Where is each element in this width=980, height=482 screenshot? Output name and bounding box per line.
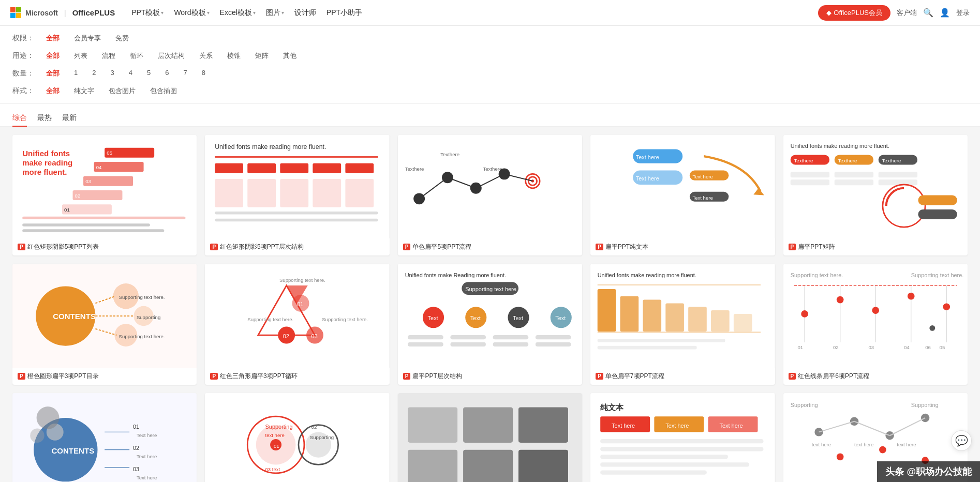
filter-option-6[interactable]: 6 <box>159 67 174 80</box>
card-title: P橙色圆形扁平3项PPT目录 <box>12 368 197 385</box>
nav-link-Excel模板[interactable]: Excel模板▾ <box>216 6 260 20</box>
filter-option-纯文字[interactable]: 纯文字 <box>68 85 100 97</box>
template-card[interactable]: 纯文本 Text here Text here Text here P纯文本PP… <box>590 393 775 482</box>
svg-rect-143 <box>688 307 707 332</box>
user-icon[interactable]: 👤 <box>940 8 950 18</box>
svg-rect-208 <box>518 408 568 443</box>
svg-rect-34 <box>215 212 378 214</box>
nav-right: ◆ OfficePLUS会员 客户端 🔍 👤 登录 <box>818 5 970 21</box>
filter-option-2[interactable]: 2 <box>86 67 101 80</box>
svg-rect-126 <box>408 335 443 339</box>
template-card[interactable]: Text here Text here Text here Text here … <box>590 135 775 255</box>
svg-text:Text here: Text here <box>137 454 157 459</box>
template-card[interactable]: 02 03 01 Supporting text here. Supportin… <box>205 264 389 384</box>
sort-tab-综合[interactable]: 综合 <box>12 110 27 127</box>
filter-option-全部[interactable]: 全部 <box>40 50 65 62</box>
filter-option-4[interactable]: 4 <box>123 67 138 80</box>
filter-option-全部[interactable]: 全部 <box>40 67 65 80</box>
p-badge: P <box>596 244 603 250</box>
svg-point-161 <box>872 307 879 314</box>
svg-text:05: 05 <box>107 150 112 156</box>
filter-option-其他[interactable]: 其他 <box>277 50 302 62</box>
filter-label: 数量： <box>12 69 34 78</box>
svg-text:Supporting text here.: Supporting text here. <box>465 286 518 292</box>
svg-rect-80 <box>878 180 917 186</box>
template-card[interactable]: P扁平PPT模板 <box>398 393 582 482</box>
nav-link-PPT小助手[interactable]: PPT小助手 <box>322 6 366 20</box>
template-card[interactable]: Unified fonts make reading more fluent. … <box>783 135 968 255</box>
card-thumb-inner: Supporting text here. Supporting text he… <box>783 264 968 367</box>
svg-text:02: 02 <box>833 344 839 350</box>
filter-option-包含图片[interactable]: 包含图片 <box>103 85 141 97</box>
filter-option-5[interactable]: 5 <box>141 67 156 80</box>
p-badge: P <box>596 373 603 380</box>
filter-label: 用途： <box>12 51 34 61</box>
svg-text:05: 05 <box>939 344 945 350</box>
filter-option-包含插图[interactable]: 包含插图 <box>144 85 183 97</box>
nav-link-设计师[interactable]: 设计师 <box>290 6 320 20</box>
svg-rect-33 <box>346 179 374 207</box>
filter-option-7[interactable]: 7 <box>177 67 192 80</box>
svg-text:Text: Text <box>513 315 523 321</box>
svg-text:Texthere: Texthere <box>405 166 424 172</box>
filter-option-循环[interactable]: 循环 <box>124 50 149 62</box>
svg-rect-147 <box>598 339 725 342</box>
template-card[interactable]: Supporting text here. Supporting text he… <box>783 264 968 384</box>
card-title-text: 扁平PPT矩阵 <box>798 243 835 251</box>
svg-rect-30 <box>248 179 276 207</box>
svg-rect-32 <box>313 179 341 207</box>
login-link[interactable]: 登录 <box>956 8 970 18</box>
filter-option-1[interactable]: 1 <box>68 67 83 80</box>
nav-link-PPT模板[interactable]: PPT模板▾ <box>127 6 168 20</box>
filter-option-层次结构[interactable]: 层次结构 <box>152 50 190 62</box>
svg-rect-210 <box>463 450 513 482</box>
card-title: P扁平PPT层次结构 <box>398 368 582 385</box>
logo-sq-green <box>16 7 21 12</box>
filter-row: 权限：全部会员专享免费 <box>12 32 968 44</box>
template-card[interactable]: CONTENTS 01 Text here 02 Text here 03 Te… <box>12 393 197 482</box>
sort-tab-最热[interactable]: 最热 <box>37 110 52 127</box>
nav-link-Word模板[interactable]: Word模板▾ <box>170 6 213 20</box>
filter-option-全部[interactable]: 全部 <box>40 85 65 97</box>
p-badge: P <box>18 244 25 250</box>
search-icon[interactable]: 🔍 <box>923 8 933 18</box>
template-card[interactable]: Unified fonts make reading more fluent. … <box>590 264 775 384</box>
svg-text:Text: Text <box>427 315 438 321</box>
filter-option-3[interactable]: 3 <box>105 67 120 80</box>
template-card[interactable]: CONTENTS Supporting text here. Supportin… <box>12 264 197 384</box>
filter-options: 全部12345678 <box>40 67 211 80</box>
template-card[interactable]: Unified fonts make reading more fluent. … <box>12 135 197 255</box>
filter-option-8[interactable]: 8 <box>196 67 211 80</box>
chevron-down-icon: ▾ <box>161 10 164 16</box>
svg-text:Text: Text <box>555 315 566 321</box>
filter-option-矩阵[interactable]: 矩阵 <box>249 50 274 62</box>
filter-option-列表[interactable]: 列表 <box>68 50 93 62</box>
template-card[interactable]: Unified fonts make Reading more fluent. … <box>398 264 582 384</box>
chevron-down-icon: ▾ <box>253 10 256 16</box>
filter-option-棱锥[interactable]: 棱锥 <box>221 50 246 62</box>
filter-option-全部[interactable]: 全部 <box>40 32 65 44</box>
filter-option-关系[interactable]: 关系 <box>194 50 218 62</box>
svg-rect-226 <box>600 471 707 475</box>
support-button[interactable]: 💬 <box>951 430 972 451</box>
svg-rect-146 <box>598 332 761 333</box>
template-card[interactable]: Supporting text here 03 text 02 Supporti… <box>205 393 389 482</box>
template-card[interactable]: Unified fonts make reading more fluent. … <box>205 135 389 255</box>
svg-text:03 text: 03 text <box>265 466 280 472</box>
nav-link-图片[interactable]: 图片▾ <box>262 6 288 20</box>
filter-option-免费[interactable]: 免费 <box>110 32 135 44</box>
sort-tab-最新[interactable]: 最新 <box>62 110 77 127</box>
svg-text:纯文本: 纯文本 <box>600 403 624 412</box>
client-link[interactable]: 客户端 <box>897 8 917 18</box>
svg-text:Text here: Text here <box>137 475 157 480</box>
filter-option-流程[interactable]: 流程 <box>96 50 121 62</box>
filter-options: 全部列表流程循环层次结构关系棱锥矩阵其他 <box>40 50 302 62</box>
card-thumbnail: 02 03 01 Supporting text here. Supportin… <box>205 264 389 367</box>
vip-button[interactable]: ◆ OfficePLUS会员 <box>818 5 890 21</box>
p-badge: P <box>789 244 796 250</box>
template-card[interactable]: Texthere Texthere Texthere P单色扁平5项PPT流程 <box>398 135 582 255</box>
brand-logo: Microsoft | OfficePLUS <box>10 7 115 18</box>
card-title-text: 单色扁平7项PPT流程 <box>605 372 664 381</box>
filter-option-会员专享[interactable]: 会员专享 <box>68 32 107 44</box>
card-thumbnail: Unified fonts make Reading more fluent. … <box>398 264 582 367</box>
